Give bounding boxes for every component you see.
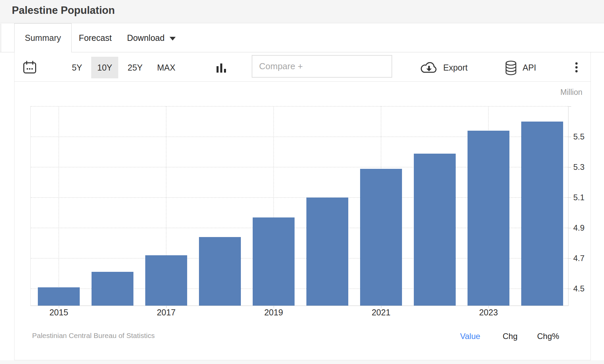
card-border-left [14, 52, 15, 360]
range-max-button[interactable]: MAX [151, 57, 181, 78]
kebab-menu-icon[interactable] [575, 62, 578, 74]
y-tick-4.9 [568, 228, 571, 228]
mode-chg-button[interactable]: Chg [503, 332, 518, 341]
range-25y-button[interactable]: 25Y [122, 57, 148, 78]
plot-border-left [30, 106, 31, 306]
y-tick-5.5 [568, 137, 571, 137]
database-icon [505, 60, 517, 75]
range-25y-label: 25Y [128, 63, 143, 73]
tab-summary[interactable]: Summary [14, 23, 72, 52]
mode-value-button[interactable]: Value [460, 332, 480, 341]
gridline-y-5.7 [30, 106, 568, 107]
left-edge-divider [1, 24, 1, 52]
gridline-x-2015 [58, 106, 59, 306]
bar-2019[interactable] [253, 217, 295, 306]
tab-forecast-label: Forecast [79, 33, 111, 43]
download-caret-icon [170, 37, 176, 41]
bar-2021[interactable] [360, 169, 402, 306]
bar-2023[interactable] [468, 131, 509, 306]
y-tick-4.5 [568, 289, 571, 289]
y-axis-label: 5.1 [573, 193, 594, 202]
x-axis-label: 2019 [255, 308, 292, 317]
range-10y-button[interactable]: 10Y [91, 57, 118, 78]
bar-2015[interactable] [38, 287, 80, 306]
tab-download[interactable]: Download [124, 23, 178, 52]
page: Palestine Population Summary Forecast Do… [0, 0, 604, 364]
tab-download-label: Download [127, 33, 165, 43]
x-axis-label: 2015 [40, 308, 77, 317]
bar-2017[interactable] [145, 255, 187, 306]
column-chart-icon[interactable] [216, 62, 227, 74]
api-button[interactable] [505, 60, 517, 77]
bar-2018[interactable] [199, 237, 241, 306]
bar-2016[interactable] [92, 272, 133, 306]
range-5y-label: 5Y [72, 63, 82, 73]
y-axis-label: 4.9 [573, 223, 594, 233]
export-button[interactable] [420, 62, 438, 76]
y-tick-5.1 [568, 198, 571, 198]
x-axis-label: 2021 [362, 308, 400, 317]
cloud-download-icon [420, 62, 438, 74]
tab-forecast[interactable]: Forecast [75, 23, 116, 52]
x-axis-label: 2017 [148, 308, 185, 317]
export-label[interactable]: Export [443, 63, 468, 73]
x-axis-label: 2023 [470, 308, 507, 317]
api-label[interactable]: API [523, 63, 536, 73]
calendar-icon[interactable] [23, 61, 36, 75]
page-background-strip [0, 360, 604, 364]
compare-input[interactable] [252, 55, 392, 78]
range-5y-button[interactable]: 5Y [67, 57, 87, 78]
unit-label: Million [544, 88, 582, 97]
y-tick-5.3 [568, 167, 571, 167]
y-axis-label: 4.5 [573, 284, 594, 293]
y-tick-5.7 [568, 106, 571, 107]
bar-2022[interactable] [414, 154, 456, 306]
bar-2020[interactable] [306, 198, 348, 306]
bar-2024[interactable] [521, 122, 563, 306]
y-axis-label: 5.5 [573, 132, 594, 141]
y-axis-label: 5.3 [573, 162, 594, 172]
mode-chgpct-button[interactable]: Chg% [537, 332, 559, 341]
y-axis-line [568, 106, 569, 306]
x-axis-line [30, 306, 569, 306]
chart-source: Palestinian Central Bureau of Statistics [32, 332, 155, 340]
range-10y-label: 10Y [97, 63, 112, 73]
tab-summary-label: Summary [25, 33, 61, 43]
tabstrip-border-left [0, 52, 14, 52]
page-title: Palestine Population [12, 4, 115, 17]
y-axis-label: 4.7 [573, 254, 594, 263]
y-tick-4.7 [568, 258, 571, 259]
toolbar-divider [15, 81, 590, 82]
range-max-label: MAX [157, 63, 175, 73]
card-border-right [590, 52, 591, 360]
